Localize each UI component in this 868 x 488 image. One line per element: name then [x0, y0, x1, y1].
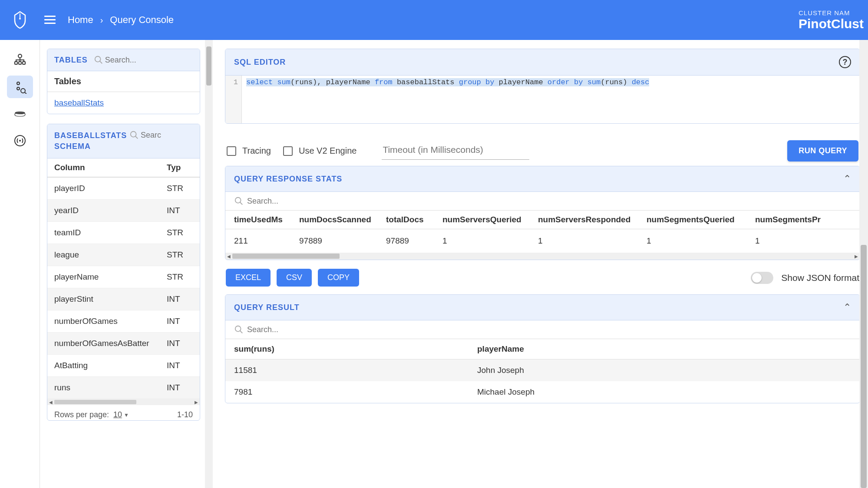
svg-rect-5	[23, 62, 25, 64]
svg-point-6	[17, 82, 20, 85]
schema-row[interactable]: AtBattingINT	[47, 355, 200, 377]
svg-point-13	[95, 56, 100, 62]
stats-col: numServersResponded	[538, 215, 647, 224]
search-icon	[129, 130, 139, 140]
cluster-label: CLUSTER NAM	[799, 9, 864, 16]
sidebar-vscroll[interactable]	[205, 40, 213, 488]
result-row[interactable]: 7981Michael Joseph	[225, 381, 860, 403]
scroll-right-icon[interactable]: ▶	[855, 254, 858, 259]
nav-cluster-icon[interactable]	[7, 49, 33, 71]
schema-panel: BASEBALLSTATS SCHEMA Column Typ playerID…	[47, 124, 200, 421]
collapse-icon[interactable]: ⌃	[843, 302, 851, 313]
stats-col: totalDocs	[386, 215, 442, 224]
stats-card: QUERY RESPONSE STATS ⌃ timeUsedMs numDoc…	[225, 166, 860, 260]
stats-col: timeUsedMs	[234, 215, 299, 224]
breadcrumb-home[interactable]: Home	[68, 14, 93, 26]
scroll-left-icon[interactable]: ◀	[49, 400, 53, 405]
sql-editor[interactable]: 1 select sum(runs), playerName from base…	[225, 76, 860, 123]
schema-row[interactable]: teamIDSTR	[47, 222, 200, 244]
nav-swagger-icon[interactable]	[7, 129, 33, 152]
table-link-baseballstats[interactable]: baseballStats	[54, 98, 104, 107]
schema-row[interactable]: runsINT	[47, 377, 200, 399]
result-title: QUERY RESULT	[234, 303, 300, 312]
scroll-thumb[interactable]	[54, 400, 136, 404]
sidebar: TABLES Tables baseballStats BASEBALLSTAT…	[40, 40, 205, 488]
app-header: Home › Query Console CLUSTER NAM PinotCl…	[0, 0, 868, 40]
search-icon	[234, 196, 244, 206]
nav-zookeeper-icon[interactable]	[7, 102, 33, 125]
rows-per-page-dropdown-icon[interactable]: ▼	[124, 412, 129, 418]
result-search-input[interactable]	[247, 325, 334, 334]
cluster-info: CLUSTER NAM PinotClust	[799, 9, 868, 31]
tables-panel-title: TABLES	[54, 56, 88, 65]
chevron-right-icon: ›	[100, 15, 103, 25]
copy-button[interactable]: COPY	[318, 269, 359, 287]
svg-line-18	[240, 202, 243, 205]
stats-row: 211 97889 97889 1 1 1 1	[225, 229, 860, 253]
cluster-name: PinotClust	[799, 16, 864, 31]
schema-row[interactable]: numberOfGamesINT	[47, 310, 200, 333]
main-content: SQL EDITOR ? 1 select sum(runs), playerN…	[213, 40, 868, 488]
svg-point-17	[235, 198, 241, 203]
csv-button[interactable]: CSV	[277, 269, 312, 287]
schema-search-input[interactable]	[141, 131, 193, 140]
sql-editor-title: SQL EDITOR	[234, 58, 286, 67]
svg-point-1	[19, 18, 21, 20]
nav-iconbar	[0, 40, 40, 488]
help-icon[interactable]: ?	[839, 56, 851, 68]
stats-search-input[interactable]	[247, 197, 334, 206]
svg-rect-4	[19, 62, 21, 64]
svg-rect-3	[15, 62, 17, 64]
search-icon	[94, 55, 103, 65]
tables-search-input[interactable]	[105, 56, 157, 65]
tables-header: Tables	[47, 71, 200, 92]
result-row[interactable]: 11581John Joseph	[225, 359, 860, 381]
result-search[interactable]	[225, 320, 860, 339]
svg-point-8	[21, 89, 25, 93]
svg-line-14	[99, 61, 102, 64]
svg-point-7	[17, 87, 20, 90]
schema-hscroll[interactable]: ◀ ▶	[47, 399, 200, 405]
collapse-icon[interactable]: ⌃	[843, 173, 851, 185]
scroll-thumb[interactable]	[232, 254, 340, 259]
tables-panel: TABLES Tables baseballStats	[47, 49, 200, 114]
schema-search[interactable]	[129, 130, 193, 140]
run-query-button[interactable]: RUN QUERY	[787, 140, 858, 162]
sql-code: select sum(runs), playerName from baseba…	[242, 76, 860, 123]
svg-point-10	[15, 112, 25, 114]
schema-row[interactable]: yearIDINT	[47, 200, 200, 222]
schema-row[interactable]: playerStintINT	[47, 288, 200, 310]
schema-row[interactable]: leagueSTR	[47, 244, 200, 266]
stats-col: numSegmentsPr	[755, 215, 842, 224]
result-card: QUERY RESULT ⌃ sum(runs) playerName 1158…	[225, 294, 860, 403]
schema-row[interactable]: playerIDSTR	[47, 178, 200, 200]
excel-button[interactable]: EXCEL	[226, 269, 271, 287]
json-format-label: Show JSON format	[781, 273, 859, 283]
schema-col-header-type: Typ	[167, 163, 193, 172]
rows-per-page-value[interactable]: 10	[113, 410, 122, 419]
breadcrumb-current: Query Console	[110, 14, 174, 26]
json-format-toggle[interactable]	[751, 272, 773, 284]
schema-row[interactable]: playerNameSTR	[47, 266, 200, 288]
svg-point-12	[20, 140, 20, 141]
rows-range: 1-10	[177, 410, 193, 419]
stats-col: numDocsScanned	[299, 215, 386, 224]
stats-search[interactable]	[225, 192, 860, 210]
timeout-input[interactable]	[382, 142, 529, 160]
stats-title: QUERY RESPONSE STATS	[234, 175, 342, 184]
schema-row[interactable]: numberOfGamesAsBatterINT	[47, 333, 200, 355]
svg-line-20	[240, 331, 243, 333]
tables-search[interactable]	[94, 55, 157, 65]
result-col: playerName	[477, 344, 851, 354]
breadcrumb: Home › Query Console	[68, 14, 174, 26]
v2-engine-checkbox[interactable]: Use V2 Engine	[283, 146, 356, 156]
nav-query-icon[interactable]	[7, 76, 33, 98]
schema-col-header-column: Column	[54, 163, 167, 172]
menu-icon[interactable]	[44, 13, 57, 26]
tracing-checkbox[interactable]: Tracing	[227, 146, 271, 156]
stats-hscroll[interactable]: ◀ ▶	[225, 253, 860, 260]
scroll-left-icon[interactable]: ◀	[227, 254, 231, 259]
svg-point-2	[18, 54, 22, 58]
scroll-right-icon[interactable]: ▶	[195, 400, 198, 405]
main-vscroll[interactable]	[859, 40, 868, 488]
